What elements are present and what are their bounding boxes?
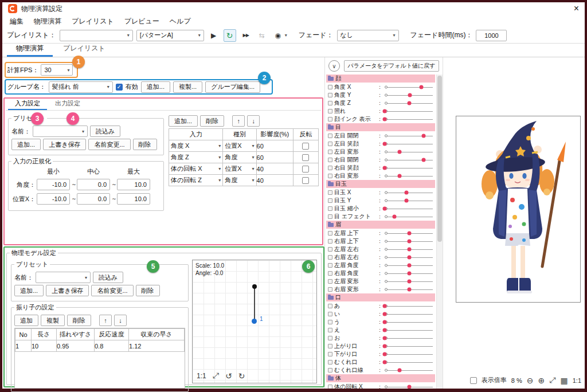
slider-handle[interactable] <box>407 101 411 105</box>
parameter-slider[interactable] <box>385 115 433 123</box>
parameter-slider[interactable] <box>385 245 433 253</box>
zoom-checkbox[interactable] <box>470 377 477 384</box>
parameter-slider[interactable] <box>385 197 433 205</box>
slider-handle[interactable] <box>407 232 411 236</box>
parameter-slider[interactable] <box>385 383 433 389</box>
influence-value-cell[interactable]: 40 <box>256 175 293 186</box>
preset-overwrite-button[interactable]: 上書き保存 <box>43 139 86 150</box>
model-preset-load-button[interactable]: 読込み <box>93 272 123 283</box>
parameter-slider[interactable] <box>385 302 433 310</box>
fit-view-icon[interactable]: ⤢ <box>213 371 219 381</box>
input-move-up-button[interactable]: ↑ <box>232 115 245 127</box>
pendulum-delete-button[interactable]: 削除 <box>67 315 91 326</box>
slider-handle[interactable] <box>419 85 423 89</box>
playlist-select[interactable]: ▾ <box>60 30 133 41</box>
parameter-slider[interactable] <box>385 237 433 245</box>
fps-select[interactable]: 30 ▾ <box>41 64 73 76</box>
menu-編集[interactable]: 編集 <box>5 15 29 28</box>
parameter-slider[interactable] <box>385 269 433 277</box>
parameter-slider[interactable] <box>385 366 433 374</box>
menu-プレビュー[interactable]: プレビュー <box>119 15 165 28</box>
parameter-slider[interactable] <box>385 253 433 261</box>
collapse-all-button[interactable]: ∨ <box>328 60 340 72</box>
parameter-slider[interactable] <box>385 318 433 326</box>
input-type-select[interactable]: 位置X▾ <box>223 140 256 151</box>
canvas-zoom-ratio[interactable]: 1:1 <box>197 372 206 380</box>
slider-handle[interactable] <box>383 352 387 356</box>
slider-handle[interactable] <box>407 240 411 244</box>
parameter-slider[interactable] <box>385 132 433 140</box>
group-duplicate-button[interactable]: 複製... <box>173 81 202 93</box>
slider-handle[interactable] <box>383 142 387 146</box>
slider-handle[interactable] <box>407 385 411 389</box>
parameter-slider[interactable] <box>385 350 433 358</box>
group-name-select[interactable]: 髪揺れ 前 ▾ <box>49 81 113 93</box>
parameter-slider[interactable] <box>385 140 433 148</box>
close-icon[interactable]: × <box>574 4 579 13</box>
normalization-value-input[interactable]: -10.0 <box>37 179 70 190</box>
preset-add-button[interactable]: 追加... <box>11 139 41 150</box>
slider-handle[interactable] <box>383 109 387 113</box>
zoom-in-icon[interactable]: ⊕ <box>538 376 545 385</box>
parameter-group-header[interactable]: 目 <box>326 123 435 131</box>
parameter-group-header[interactable]: 眉 <box>326 221 435 229</box>
zoom-out-icon[interactable]: ⊖ <box>527 376 534 385</box>
parameter-slider[interactable] <box>385 156 433 164</box>
rotate-left-icon[interactable]: ↺ <box>225 371 232 381</box>
pendulum-cell[interactable]: 0.8 <box>95 340 129 352</box>
pendulum-anchor-node[interactable] <box>252 284 257 289</box>
pendulum-table-row[interactable]: 1100.950.81.12 <box>15 340 185 352</box>
rotate-right-icon[interactable]: ↻ <box>238 371 245 381</box>
record-icon[interactable]: ◉ <box>272 29 284 42</box>
reset-parameters-button[interactable]: パラメータをデフォルト値に戻す <box>344 60 439 72</box>
slider-handle[interactable] <box>383 360 387 364</box>
grid-icon[interactable]: ▦ <box>560 376 568 385</box>
fit-view-icon[interactable]: ⤢ <box>549 375 555 385</box>
slider-handle[interactable] <box>397 174 401 178</box>
skip-icon[interactable]: ▶▶ <box>240 29 252 42</box>
input-add-button[interactable]: 追加... <box>169 115 198 127</box>
parameter-slider[interactable] <box>385 358 433 366</box>
normalization-value-input[interactable]: 10.0 <box>117 179 150 190</box>
parameter-slider[interactable] <box>385 285 433 293</box>
pendulum-preview-canvas[interactable]: Scale: 10.0 Angle: -0.0 1 1:1 ⤢ <box>192 260 317 383</box>
parameter-group-header[interactable]: 目玉 <box>326 180 435 188</box>
parameter-slider[interactable] <box>385 91 433 99</box>
input-move-down-button[interactable]: ↓ <box>247 115 260 127</box>
pendulum-cell[interactable]: 1 <box>15 340 32 352</box>
slider-handle[interactable] <box>397 150 401 154</box>
normalization-value-input[interactable]: -10.0 <box>37 193 70 205</box>
parameter-slider[interactable] <box>385 277 433 285</box>
slider-handle[interactable] <box>407 272 411 276</box>
model-preset-name-select[interactable]: ▾ <box>36 272 91 283</box>
pendulum-move-up-button[interactable]: ↑ <box>99 315 112 326</box>
slider-handle[interactable] <box>383 166 387 170</box>
slider-handle[interactable] <box>407 288 411 292</box>
parameter-slider[interactable] <box>385 172 433 180</box>
tab-input-settings[interactable]: 入力設定 <box>8 98 47 110</box>
pendulum-cell[interactable]: 1.12 <box>129 340 185 352</box>
input-delete-button[interactable]: 削除 <box>200 115 224 127</box>
menu-ヘルプ[interactable]: ヘルプ <box>165 15 196 28</box>
normalization-value-input[interactable]: 10.0 <box>117 193 150 205</box>
parameter-slider[interactable] <box>385 334 433 342</box>
group-add-button[interactable]: 追加... <box>141 81 170 93</box>
slider-handle[interactable] <box>407 280 411 284</box>
preset-name-select[interactable]: ▾ <box>33 126 88 137</box>
slider-handle[interactable] <box>383 336 387 340</box>
parameter-slider[interactable] <box>385 229 433 237</box>
input-source-select[interactable]: 角度 Z▾ <box>169 152 222 163</box>
invert-checkbox[interactable] <box>302 166 309 173</box>
slider-handle[interactable] <box>383 304 387 308</box>
tab-output-settings[interactable]: 出力設定 <box>48 98 87 110</box>
slider-handle[interactable] <box>405 199 409 203</box>
influence-value-cell[interactable]: 60 <box>256 140 293 152</box>
tab-playlist[interactable]: プレイリスト <box>54 42 115 57</box>
model-preset-delete-button[interactable]: 削除 <box>136 285 160 296</box>
parameter-slider[interactable] <box>385 107 433 115</box>
pendulum-node-1[interactable] <box>252 319 257 324</box>
preset-load-button[interactable]: 読込み <box>90 126 120 137</box>
input-type-select[interactable]: 位置X▾ <box>223 163 256 174</box>
slider-handle[interactable] <box>422 134 426 138</box>
parameter-slider[interactable] <box>385 326 433 334</box>
